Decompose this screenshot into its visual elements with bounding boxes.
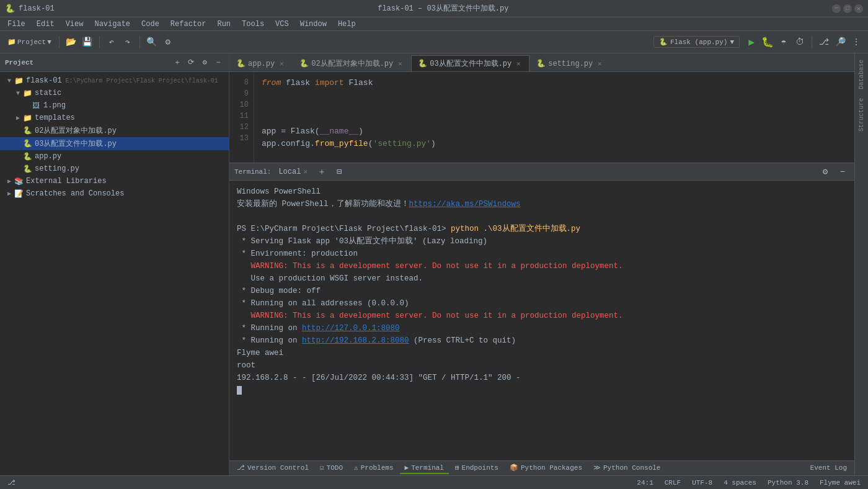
tab-apppy[interactable]: 🐍 app.py ✕	[229, 55, 293, 71]
bottom-tab-console[interactable]: ≫ Python Console	[588, 462, 665, 474]
bottom-tab-todo[interactable]: ☑ TODO	[315, 462, 348, 474]
save-button[interactable]: 💾	[81, 35, 94, 49]
project-name: flask-01	[19, 4, 55, 13]
tab-label: 02从配置对象中加载.py	[311, 58, 393, 69]
tree-item-extlibs[interactable]: ▶ 📚 External Libraries	[0, 175, 229, 187]
tree-item-02py[interactable]: 🐍 02从配置对象中加载.py	[0, 124, 229, 137]
editor-tabs: 🐍 app.py ✕ 🐍 02从配置对象中加载.py ✕ 🐍 03从配置文件中加…	[229, 53, 854, 72]
menu-file[interactable]: File	[2, 19, 30, 30]
terminal-tab-close[interactable]: ✕	[303, 168, 308, 176]
debug-button[interactable]: 🐛	[761, 35, 774, 49]
code-content[interactable]: from flask import Flask app = Flask(__na…	[254, 72, 854, 163]
cursor-position[interactable]: 24:1	[634, 479, 655, 487]
encoding-status[interactable]: UTF-8	[689, 479, 715, 487]
terminal-add-button[interactable]: ＋	[315, 165, 329, 179]
bottom-tab-vcs[interactable]: ⎇ Version Control	[232, 462, 314, 474]
editor-container: 🐍 app.py ✕ 🐍 02从配置对象中加载.py ✕ 🐍 03从配置文件中加…	[229, 53, 868, 475]
git-status[interactable]: ⎇	[5, 478, 18, 487]
sidebar-minimize-button[interactable]: −	[213, 57, 224, 68]
tree-item-templates[interactable]: ▶ 📁 templates	[0, 112, 229, 124]
terminal-tab-local[interactable]: Local ✕	[275, 166, 311, 177]
sidebar-settings-button[interactable]: ⚙	[199, 57, 210, 68]
terminal-settings-button[interactable]: ⚙	[818, 165, 832, 179]
bottom-tab-packages[interactable]: 📦 Python Packages	[505, 462, 587, 474]
search-everywhere-button[interactable]: 🔎	[833, 35, 847, 49]
tree-label: 03从配置文件中加载.py	[35, 138, 117, 149]
term-link-localhost[interactable]: http://127.0.0.1:8080	[302, 324, 400, 333]
vcs-button[interactable]: ⎇	[817, 35, 831, 49]
tab-label: 03从配置文件中加载.py	[430, 58, 512, 69]
term-line-flyme: Flyme awei	[237, 347, 847, 359]
tree-item-static[interactable]: ▼ 📁 static	[0, 87, 229, 99]
menu-navigate[interactable]: Navigate	[89, 19, 135, 30]
run-config-selector[interactable]: 🐍 Flask (app.py) ▼	[653, 36, 740, 48]
close-button[interactable]: ✕	[854, 4, 863, 13]
menu-tools[interactable]: Tools	[237, 19, 269, 30]
bottom-tab-terminal[interactable]: ▶ Terminal	[400, 462, 449, 474]
terminal-minimize-button[interactable]: −	[836, 165, 849, 179]
menu-refactor[interactable]: Refactor	[166, 19, 211, 30]
tab-02py[interactable]: 🐍 02从配置对象中加载.py ✕	[293, 55, 411, 71]
tree-item-settingpy[interactable]: 🐍 setting.py	[0, 163, 229, 175]
sidebar-sync-button[interactable]: ⟳	[185, 57, 197, 68]
menu-help[interactable]: Help	[333, 19, 361, 30]
terminal-content[interactable]: Windows PowerShell 安装最新的 PowerShell，了解新功…	[229, 181, 854, 460]
coverage-button[interactable]: ☂	[777, 35, 790, 49]
python-version[interactable]: Python 3.8	[765, 479, 811, 487]
tree-item-scratches[interactable]: ▶ 📝 Scratches and Consoles	[0, 187, 229, 200]
tree-label: Scratches and Consoles	[26, 189, 124, 198]
indent-status[interactable]: 4 spaces	[721, 479, 759, 487]
term-link-network[interactable]: http://192.168.2.8:8080	[302, 336, 409, 345]
more-button[interactable]: ⋮	[849, 35, 863, 49]
menu-view[interactable]: View	[61, 19, 89, 30]
username-status: Flyme awei	[817, 479, 863, 487]
tab-close-02py[interactable]: ✕	[396, 60, 404, 68]
settings-button[interactable]: ⚙	[161, 35, 175, 49]
term-link-pswindows[interactable]: https://aka.ms/PSWindows	[409, 200, 521, 209]
tree-item-apppy[interactable]: 🐍 app.py	[0, 150, 229, 163]
run-button[interactable]: ▶	[745, 35, 758, 49]
line-endings[interactable]: CRLF	[662, 479, 683, 487]
bottom-tab-label: Version Control	[247, 464, 309, 472]
structure-panel-button[interactable]: Structure	[857, 94, 866, 135]
bottom-tab-event-log[interactable]: Event Log	[805, 463, 852, 474]
expand-arrow: ▶	[14, 114, 22, 122]
tree-item-flask01[interactable]: ▼ 📁 flask-01 E:\PyCharm Project\Flask Pr…	[0, 74, 229, 87]
maximize-button[interactable]: □	[843, 4, 852, 13]
sep4	[812, 36, 812, 48]
python-icon: 🐍	[22, 126, 32, 136]
profile-button[interactable]: ⏱	[793, 35, 807, 49]
menu-edit[interactable]: Edit	[32, 19, 60, 30]
menu-run[interactable]: Run	[212, 19, 236, 30]
code-editor[interactable]: 8 9 10 11 12 13 from flask import Flask …	[229, 72, 854, 163]
project-dropdown-button[interactable]: 📁 Project ▼	[5, 35, 54, 49]
redo-button[interactable]: ↷	[121, 35, 135, 49]
tab-settingpy[interactable]: 🐍 setting.py ✕	[529, 55, 611, 71]
term-line-prompt: PS E:\PyCharm Project\Flask Project\flas…	[237, 223, 847, 235]
open-file-button[interactable]: 📂	[64, 35, 78, 49]
tab-close-settingpy[interactable]: ✕	[595, 60, 604, 68]
tree-item-1png[interactable]: 🖼 1.png	[0, 99, 229, 112]
sidebar-add-button[interactable]: ＋	[172, 57, 183, 68]
folder-icon: 📁	[22, 88, 32, 98]
term-line-access-log: 192.168.2.8 - - [26/Jul/2022 00:44:33] "…	[237, 372, 847, 384]
tree-item-03py[interactable]: 🐍 03从配置文件中加载.py	[0, 137, 229, 150]
term-line-warning2: WARNING: This is a development server. D…	[237, 310, 847, 322]
bottom-tab-endpoints[interactable]: ⊞ Endpoints	[450, 462, 503, 474]
sidebar-toolbar: Project ＋ ⟳ ⚙ −	[0, 53, 229, 72]
menu-code[interactable]: Code	[136, 19, 164, 30]
bottom-tab-problems[interactable]: ⚠ Problems	[349, 462, 398, 474]
menu-vcs[interactable]: VCS	[270, 19, 294, 30]
tab-03py[interactable]: 🐍 03从配置文件中加载.py ✕	[411, 55, 529, 71]
find-button[interactable]: 🔍	[145, 35, 159, 49]
project-section: 📁 Project ▼	[5, 35, 54, 49]
window-title: flask-01 – 03从配置文件中加载.py	[378, 3, 508, 14]
tab-close-apppy[interactable]: ✕	[277, 60, 286, 68]
terminal-split-button[interactable]: ⊟	[332, 165, 346, 179]
minimize-button[interactable]: ─	[832, 4, 841, 13]
database-panel-button[interactable]: Database	[857, 56, 866, 93]
undo-button[interactable]: ↶	[105, 35, 118, 49]
tab-close-03py[interactable]: ✕	[514, 60, 523, 68]
menu-window[interactable]: Window	[295, 19, 332, 30]
run-config-icon: 🐍	[659, 38, 668, 46]
